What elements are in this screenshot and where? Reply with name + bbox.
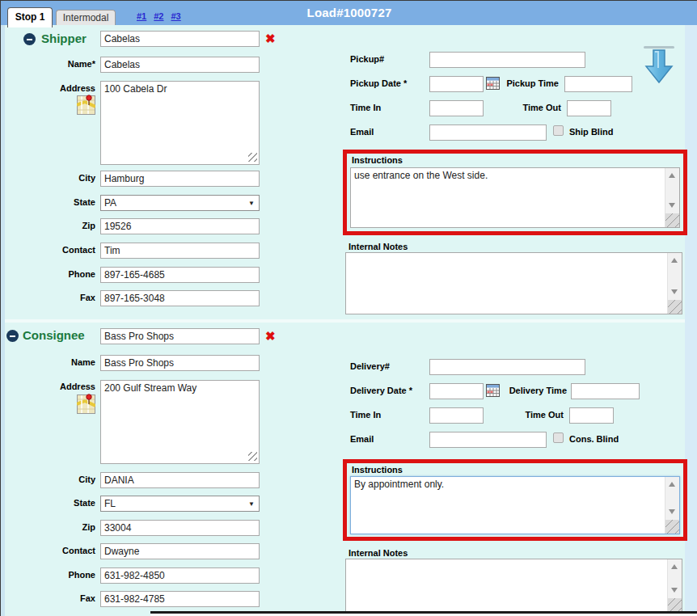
collapse-shipper-icon[interactable] [23,33,36,45]
shipper-instructions-scrollbar[interactable] [665,168,679,227]
shipper-address-resize-grip[interactable] [248,153,257,162]
shipper-internal-notes-scrollbar[interactable] [667,253,682,314]
delivery-email-label: Email [350,434,374,444]
pickup-time-in-input[interactable] [429,100,484,116]
tab-intermodal[interactable]: Intermodal [56,10,116,25]
shipper-lookup-input[interactable] [100,31,260,47]
select-arrow-icon: ▼ [248,500,255,508]
consignee-address-textarea[interactable]: 200 Gulf Stream Way [100,380,260,464]
resize-grip-icon[interactable] [665,213,679,227]
shipper-phone-label: Phone [1,269,95,279]
resize-grip-icon[interactable] [665,520,679,534]
scroll-up-icon[interactable] [669,482,675,487]
scroll-up-icon[interactable] [669,173,675,178]
left-page-edge [1,25,5,616]
load-detail-page: Load#1000727 #1 #2 #3 Stop 1 Intermodal … [0,0,697,616]
select-arrow-icon: ▼ [248,200,255,207]
consignee-state-value: FL [104,498,116,509]
shipper-section-title: Shipper [41,32,87,45]
resize-grip-icon[interactable] [668,598,682,612]
tab-stop-1[interactable]: Stop 1 [7,7,53,27]
bottom-section-edge [150,611,697,616]
shipper-map-icon[interactable] [77,94,95,118]
stop-link-2[interactable]: #2 [154,11,163,21]
shipper-internal-notes-label: Internal Notes [348,242,408,251]
scroll-down-arrow-icon[interactable] [642,44,676,90]
shipper-city-label: City [1,173,95,183]
collapse-consignee-icon[interactable] [6,330,19,342]
pickup-ref-label: Pickup# [350,54,384,64]
scroll-down-icon[interactable] [669,203,675,208]
consignee-phone-label: Phone [1,570,95,580]
scroll-down-icon[interactable] [669,509,675,514]
scroll-up-icon[interactable] [671,258,678,263]
scroll-down-icon[interactable] [671,588,678,593]
shipper-state-value: PA [104,197,116,209]
shipper-fax-label: Fax [1,293,95,302]
delivery-time-out-input[interactable] [569,407,614,424]
consignee-address-resize-grip[interactable] [248,452,257,461]
scroll-up-icon[interactable] [671,564,678,569]
shipper-city-input[interactable] [100,171,260,187]
shipper-remove-icon[interactable]: ✖ [265,32,276,44]
delivery-ref-input[interactable] [429,359,585,375]
shipper-state-select[interactable]: PA ▼ [100,195,260,211]
pickup-ref-input[interactable] [429,52,585,68]
stop-link-3[interactable]: #3 [171,11,181,21]
scroll-down-icon[interactable] [671,289,678,294]
consignee-zip-input[interactable] [100,520,260,536]
shipper-phone-input[interactable] [100,267,260,283]
delivery-date-input[interactable] [429,383,484,399]
delivery-time-label: Delivery Time [486,386,567,395]
consignee-address-label: Address [1,382,95,391]
consignee-fax-label: Fax [1,593,95,603]
consignee-remove-icon[interactable]: ✖ [265,330,276,342]
consignee-phone-input[interactable] [100,567,260,584]
pickup-email-input[interactable] [429,124,547,141]
shipper-fax-input[interactable] [100,290,260,306]
cons-blind-checkbox[interactable] [553,432,564,443]
consignee-map-icon[interactable] [77,393,95,417]
shipper-contact-input[interactable] [100,243,260,259]
shipper-address-label: Address [1,83,95,93]
shipper-instructions-highlight-box: Instructions use entrance on the West si… [343,150,687,235]
shipper-name-input[interactable] [100,57,260,73]
ship-blind-checkbox[interactable] [553,125,564,136]
shipper-zip-label: Zip [1,221,95,230]
consignee-contact-input[interactable] [100,543,260,559]
shipper-state-label: State [1,197,95,207]
consignee-lookup-input[interactable] [100,328,260,344]
section-divider [5,319,685,323]
pickup-date-input[interactable] [429,76,484,92]
consignee-fax-input[interactable] [100,591,260,607]
pickup-email-label: Email [350,127,374,137]
consignee-zip-label: Zip [1,522,95,532]
delivery-ref-label: Delivery# [350,361,390,371]
stop-links: #1 #2 #3 [137,11,181,21]
consignee-city-input[interactable] [100,472,260,488]
consignee-instructions-highlight-box: Instructions By appointment only. [343,459,687,541]
consignee-city-label: City [1,475,95,484]
shipper-zip-input[interactable] [100,218,260,234]
consignee-contact-label: Contact [1,546,95,555]
delivery-date-label: Delivery Date * [350,386,412,395]
consignee-instructions-label: Instructions [352,465,403,475]
consignee-internal-notes-scrollbar[interactable] [667,559,682,612]
delivery-time-input[interactable] [571,383,640,399]
shipper-instructions-label: Instructions [352,155,403,165]
consignee-name-input[interactable] [100,355,260,371]
pickup-time-input[interactable] [564,76,632,92]
consignee-state-select[interactable]: FL ▼ [100,496,260,512]
ship-blind-label: Ship Blind [569,127,613,137]
delivery-time-in-label: Time In [350,410,381,420]
shipper-address-textarea[interactable]: 100 Cabela Dr [100,81,260,165]
consignee-instructions-scrollbar[interactable] [665,477,679,534]
shipper-name-label: Name* [1,59,95,69]
resize-grip-icon[interactable] [668,300,682,314]
stop-link-1[interactable]: #1 [137,11,146,21]
pickup-time-label: Pickup Time [486,78,559,88]
delivery-email-input[interactable] [429,432,547,448]
pickup-time-out-input[interactable] [567,100,611,116]
delivery-time-in-input[interactable] [429,407,484,424]
consignee-internal-notes-label: Internal Notes [348,548,408,558]
